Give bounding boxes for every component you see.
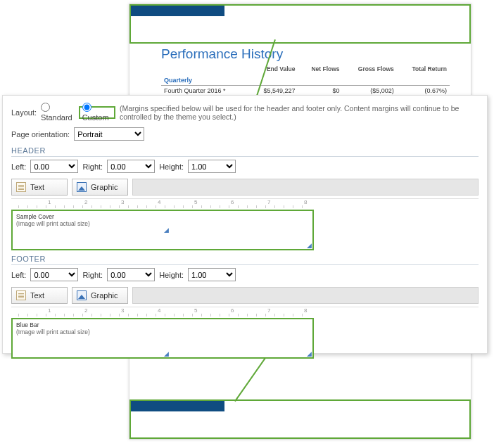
header-ruler: 12345678 [11,198,479,208]
footer-right-select[interactable]: 0.00 [107,268,155,281]
header-edit-zone[interactable]: Sample Cover (Image will print actual si… [11,210,314,250]
header-section-title: HEADER [11,146,479,157]
footer-zone-sub: (Image will print actual size) [16,328,309,335]
radio-custom-highlight: Custom [79,106,115,119]
toolbar-spacer [132,179,479,196]
header-right-select[interactable]: 0.00 [107,160,155,173]
height-label: Height: [159,271,184,279]
text-icon [16,290,26,300]
col-blank [161,64,249,74]
header-height-select[interactable]: 1.00 [188,160,236,173]
left-label: Left: [11,162,26,171]
footer-section-title: FOOTER [11,255,479,265]
orientation-row: Page orientation: Portrait [11,127,479,141]
orientation-select[interactable]: Portrait [74,127,144,141]
resize-grip-icon[interactable]: ◢ [164,228,168,232]
header-toolbar: Text Graphic [11,177,479,197]
header-left-select[interactable]: 0.00 [30,160,78,173]
footer-callout-box [129,399,471,439]
footer-left-select[interactable]: 0.00 [30,268,78,281]
orientation-label: Page orientation: [11,130,70,139]
col-gross-flows: Gross Flows [343,64,397,74]
graphic-icon [77,182,87,192]
radio-custom[interactable]: Custom [82,103,112,122]
section-quarterly: Quarterly [161,74,450,86]
footer-text-tab[interactable]: Text [11,287,68,304]
page-title: Performance History [161,46,283,62]
col-end-value: End Value [249,64,298,74]
header-graphic-tab[interactable]: Graphic [72,179,128,196]
graphic-icon [77,290,87,300]
footer-blue-bar [131,401,224,411]
layout-hint: (Margins specified below will be used fo… [120,104,479,121]
resize-grip-icon[interactable]: ◢ [307,243,311,248]
header-blue-bar [131,6,224,16]
header-callout-box [129,4,471,44]
col-total-return: Total Return [397,64,450,74]
footer-height-select[interactable]: 1.00 [188,268,236,281]
left-label: Left: [11,271,26,279]
table-row: Fourth Quarter 2016 * $5,549,227 $0 ($5,… [161,86,450,96]
layout-label: Layout: [11,108,37,117]
radio-standard[interactable]: Standard [41,103,75,122]
resize-grip-icon[interactable]: ◢ [164,352,168,356]
col-net-flows: Net Flows [298,64,343,74]
footer-zone-title: Blue Bar [16,321,309,328]
right-label: Right: [82,162,103,171]
text-icon [16,182,26,192]
header-margins: Left: 0.00 Right: 0.00 Height: 1.00 [11,160,479,173]
layout-dialog: Layout: Standard Custom (Margins specifi… [2,95,488,354]
toolbar-spacer [132,287,479,304]
footer-graphic-tab[interactable]: Graphic [72,287,128,304]
header-zone-title: Sample Cover [16,213,309,220]
footer-ruler: 12345678 [11,307,479,316]
footer-margins: Left: 0.00 Right: 0.00 Height: 1.00 [11,268,479,281]
header-text-tab[interactable]: Text [11,179,68,196]
height-label: Height: [159,162,184,171]
footer-edit-zone[interactable]: Blue Bar (Image will print actual size) … [11,318,314,359]
layout-row: Layout: Standard Custom (Margins specifi… [11,103,479,122]
resize-grip-icon[interactable]: ◢ [307,352,311,356]
footer-toolbar: Text Graphic [11,286,479,305]
header-zone-sub: (Image will print actual size) [16,220,309,227]
radio-standard-input[interactable] [41,103,50,112]
right-label: Right: [82,271,103,279]
radio-custom-input[interactable] [82,103,91,112]
